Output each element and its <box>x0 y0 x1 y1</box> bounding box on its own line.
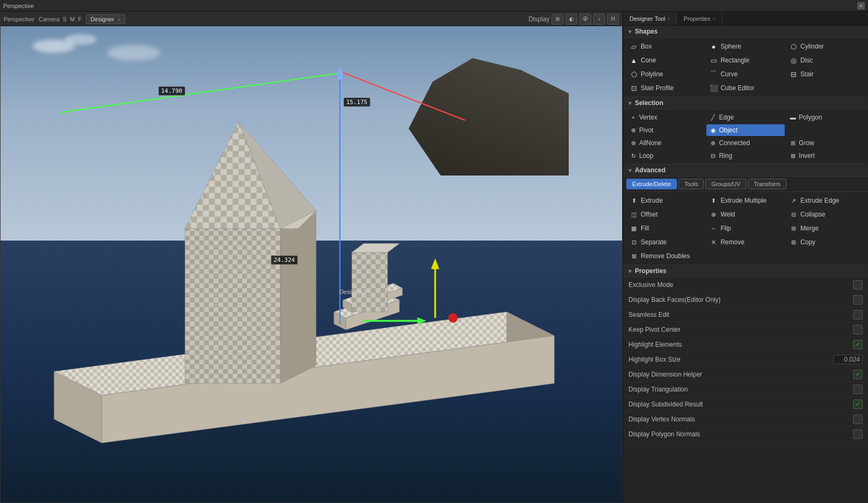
designer-tab-close[interactable]: × <box>118 17 121 22</box>
tool-flip[interactable]: ↔ Flip <box>706 222 785 235</box>
shape-box[interactable]: ▱ Box <box>626 40 705 53</box>
prop-keep-pivot-center: Keep Pivot Center <box>623 322 868 337</box>
render-button[interactable]: ◐ <box>566 14 577 25</box>
sphere-icon: ● <box>710 42 718 51</box>
keep-pivot-center-toggle[interactable] <box>853 325 863 334</box>
display-subdivided-result-label: Display Subdivided Result <box>628 401 853 408</box>
shape-polyline[interactable]: ⬠ Polyline <box>626 68 705 81</box>
display-polygon-normals-label: Display Polygon Normals <box>628 430 853 438</box>
tab-extrude-delete[interactable]: Extrude/Delete <box>626 179 677 189</box>
pivot-icon: ⊕ <box>630 126 637 134</box>
display-vertex-normals-toggle[interactable] <box>853 414 863 424</box>
shape-stair-profile[interactable]: ⊡ Stair Profile <box>626 82 705 94</box>
offset-label: Offset <box>641 211 658 218</box>
tool-extrude-edge[interactable]: ↗ Extrude Edge <box>786 194 865 207</box>
tool-collapse[interactable]: ⊟ Collapse <box>786 208 865 221</box>
tool-offset[interactable]: ◫ Offset <box>626 208 705 221</box>
tool-weld[interactable]: ⊕ Weld <box>706 208 785 221</box>
tab-groups-uv[interactable]: Groups/UV <box>705 179 746 189</box>
cam-s-label[interactable]: S <box>63 16 67 22</box>
display-back-faces-label: Display Back Faces(Editor Only) <box>628 296 853 304</box>
designer-tab[interactable]: Designer × <box>86 14 125 24</box>
sel-polygon[interactable]: ▬ Polygon <box>786 111 865 123</box>
shape-sphere[interactable]: ● Sphere <box>706 40 785 53</box>
highlight-box-size-value[interactable]: 0.024 <box>833 355 863 364</box>
sel-pivot[interactable]: ⊕ Pivot <box>626 124 705 136</box>
h-button[interactable]: H <box>607 14 619 25</box>
sel-vertex[interactable]: • Vertex <box>626 111 705 123</box>
sel-connected[interactable]: ⊕ Connected <box>706 137 785 149</box>
properties-section-header[interactable]: ▼ Properties <box>623 265 868 277</box>
viewport-right-tools: Display ⊞ ◐ ⦿ ♪ H <box>529 14 619 25</box>
highlight-elements-label: Highlight Elements <box>628 341 853 348</box>
designer-tool-tab-close[interactable]: × <box>667 16 670 21</box>
tool-merge[interactable]: ⊞ Merge <box>786 222 865 235</box>
shape-cube-editor[interactable]: ⬛ Cube Editor <box>706 82 785 94</box>
rectangle-label: Rectangle <box>721 57 750 64</box>
viewport-3d[interactable]: 14.790 15.175 24.324 Designer3 <box>1 26 622 502</box>
tool-remove-doubles[interactable]: ⊠ Remove Doubles <box>626 250 785 262</box>
cam-f-label[interactable]: F <box>78 16 82 22</box>
highlight-box-size-label: Highlight Box Size <box>628 356 833 363</box>
extrude-multiple-label: Extrude Multiple <box>721 197 767 204</box>
grow-label: Grow <box>799 139 814 147</box>
display-dimension-helper-toggle[interactable]: ✓ <box>853 370 863 379</box>
shape-cylinder[interactable]: ⬡ Cylinder <box>786 40 865 53</box>
sel-loop[interactable]: ↻ Loop <box>626 150 705 162</box>
advanced-section-header[interactable]: ▼ Advanced <box>623 164 868 177</box>
tab-transform[interactable]: Transform <box>748 179 786 189</box>
loop-label: Loop <box>639 152 654 159</box>
exclusive-mode-label: Exclusive Mode <box>628 281 853 289</box>
shapes-section-header[interactable]: ▼ Shapes <box>623 26 868 38</box>
grid-view-button[interactable]: ⊞ <box>552 14 563 25</box>
tab-tools[interactable]: Tools <box>679 179 704 189</box>
display-vertex-normals-label: Display Vertex Normals <box>628 416 853 423</box>
weld-icon: ⊕ <box>710 210 718 219</box>
tool-extrude-multiple[interactable]: ⬆ Extrude Multiple <box>706 194 785 207</box>
shape-rectangle[interactable]: ▭ Rectangle <box>706 54 785 67</box>
display-triangulation-toggle[interactable] <box>853 385 863 394</box>
selection-section-header[interactable]: ▼ Selection <box>623 97 868 109</box>
tab-properties[interactable]: Properties × <box>677 12 722 25</box>
shape-disc[interactable]: ◎ Disc <box>786 54 865 67</box>
highlight-elements-toggle[interactable]: ✓ <box>853 340 863 349</box>
window-close-button[interactable]: × <box>857 2 865 10</box>
tool-fill[interactable]: ▦ Fill <box>626 222 705 235</box>
polygon-icon: ▬ <box>789 114 797 121</box>
sound-button[interactable]: ♪ <box>593 14 605 25</box>
tool-copy[interactable]: ⊞ Copy <box>786 236 865 249</box>
vertex-label: Vertex <box>639 114 657 121</box>
sel-allnone[interactable]: ⊗ AllNone <box>626 137 705 149</box>
exclusive-mode-toggle[interactable] <box>853 280 863 290</box>
cam-m-label[interactable]: M <box>70 16 75 22</box>
window-title: Perspective <box>3 3 34 9</box>
seamless-edit-toggle[interactable] <box>853 310 863 320</box>
properties-tab-close[interactable]: × <box>712 16 715 21</box>
dim-label-2: 15.175 <box>344 98 370 107</box>
copy-label: Copy <box>800 238 815 246</box>
display-subdivided-result-toggle[interactable]: ✓ <box>853 400 863 409</box>
camera-settings-button[interactable]: ⦿ <box>579 14 591 25</box>
tool-extrude[interactable]: ⬆ Extrude <box>626 194 705 207</box>
cube-editor-icon: ⬛ <box>710 84 718 92</box>
svg-marker-38 <box>336 67 343 75</box>
cone-label: Cone <box>641 57 656 64</box>
sel-grow[interactable]: ⊞ Grow <box>786 137 865 149</box>
shape-cone[interactable]: ▲ Cone <box>626 54 705 67</box>
display-polygon-normals-toggle[interactable] <box>853 429 863 439</box>
sel-invert[interactable]: ⊠ Invert <box>786 150 865 162</box>
svg-marker-34 <box>431 258 440 269</box>
display-back-faces-toggle[interactable] <box>853 295 863 305</box>
prop-display-triangulation: Display Triangulation <box>623 382 868 397</box>
shape-curve[interactable]: ⌒ Curve <box>706 68 785 81</box>
tab-designer-tool[interactable]: Designer Tool × <box>623 12 677 25</box>
sel-object[interactable]: ◉ Object <box>706 124 785 136</box>
extrude-multiple-icon: ⬆ <box>710 196 718 205</box>
tool-separate[interactable]: ⊡ Separate <box>626 236 705 249</box>
tool-remove[interactable]: ✕ Remove <box>706 236 785 249</box>
fill-label: Fill <box>641 225 649 232</box>
sel-ring[interactable]: ⊟ Ring <box>706 150 785 162</box>
sel-edge[interactable]: ╱ Edge <box>706 111 785 123</box>
stair-profile-label: Stair Profile <box>641 84 674 92</box>
shape-stair[interactable]: ⊟ Stair <box>786 68 865 81</box>
